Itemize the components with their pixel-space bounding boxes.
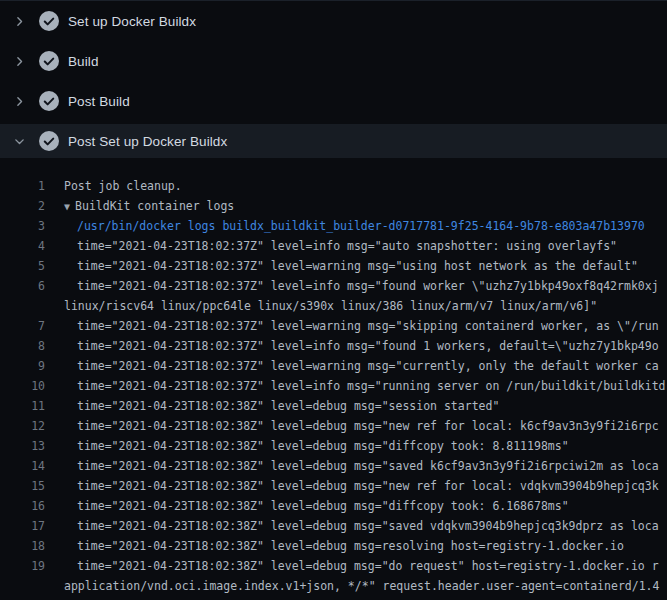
check-circle-icon (39, 131, 59, 151)
log-group-collapse-icon[interactable]: ▼ (64, 197, 70, 216)
log-line-text: Post job cleanup. (45, 176, 667, 196)
log-line-number[interactable]: 18 (0, 536, 45, 556)
log-line-text: time="2021-04-23T18:02:38Z" level=debug … (45, 476, 667, 496)
log-line-number[interactable]: 20 (0, 596, 45, 600)
log-line-text: time="2021-04-23T18:02:38Z" level=debug … (45, 596, 667, 600)
log-line: 13time="2021-04-23T18:02:38Z" level=debu… (0, 436, 667, 456)
log-line: 18time="2021-04-23T18:02:38Z" level=debu… (0, 536, 667, 556)
log-line-number[interactable]: 15 (0, 476, 45, 496)
log-line-text: time="2021-04-23T18:02:38Z" level=debug … (45, 516, 667, 536)
log-line-number[interactable]: 8 (0, 336, 45, 356)
log-line: 4time="2021-04-23T18:02:37Z" level=info … (0, 236, 667, 256)
workflow-log-viewer: Set up Docker BuildxBuildPost BuildPost … (0, 0, 667, 600)
log-line-text: time="2021-04-23T18:02:38Z" level=debug … (45, 396, 667, 416)
log-line-number (0, 296, 45, 316)
log-line-text: time="2021-04-23T18:02:38Z" level=debug … (45, 536, 667, 556)
log-line-text[interactable]: ▼BuildKit container logs (45, 196, 667, 216)
log-line-text: time="2021-04-23T18:02:38Z" level=debug … (45, 436, 667, 456)
chevron-right-icon[interactable] (13, 55, 26, 68)
step-list: Set up Docker BuildxBuildPost BuildPost … (0, 1, 667, 158)
log-line: 12time="2021-04-23T18:02:38Z" level=debu… (0, 416, 667, 436)
log-line-number[interactable]: 14 (0, 456, 45, 476)
check-circle-icon (39, 51, 59, 71)
log-line-text: time="2021-04-23T18:02:38Z" level=debug … (45, 416, 667, 436)
log-line: 2▼BuildKit container logs (0, 196, 667, 216)
log-line-text: time="2021-04-23T18:02:37Z" level=warnin… (45, 356, 667, 376)
log-line-number (0, 576, 45, 596)
log-output: 1Post job cleanup.2▼BuildKit container l… (0, 160, 667, 600)
log-line-number[interactable]: 12 (0, 416, 45, 436)
log-line: 5time="2021-04-23T18:02:37Z" level=warni… (0, 256, 667, 276)
step-header-set-up-docker-buildx[interactable]: Set up Docker Buildx (0, 1, 667, 41)
step-header-post-build[interactable]: Post Build (0, 81, 667, 121)
log-line: 15time="2021-04-23T18:02:38Z" level=debu… (0, 476, 667, 496)
log-line-text: time="2021-04-23T18:02:38Z" level=debug … (45, 456, 667, 476)
log-line-text: time="2021-04-23T18:02:37Z" level=info m… (45, 236, 667, 256)
step-title: Post Set up Docker Buildx (68, 134, 227, 149)
step-title: Post Build (68, 94, 130, 109)
log-line: 7time="2021-04-23T18:02:37Z" level=warni… (0, 316, 667, 336)
log-line: linux/riscv64 linux/ppc64le linux/s390x … (0, 296, 667, 316)
log-line-number[interactable]: 3 (0, 216, 45, 236)
log-line: 3/usr/bin/docker logs buildx_buildkit_bu… (0, 216, 667, 236)
log-line-number[interactable]: 16 (0, 496, 45, 516)
log-line: 8time="2021-04-23T18:02:37Z" level=info … (0, 336, 667, 356)
log-line-number[interactable]: 13 (0, 436, 45, 456)
log-line: 14time="2021-04-23T18:02:38Z" level=debu… (0, 456, 667, 476)
chevron-right-icon[interactable] (13, 95, 26, 108)
step-header-build[interactable]: Build (0, 41, 667, 81)
log-line-number[interactable]: 6 (0, 276, 45, 296)
log-line: 20time="2021-04-23T18:02:38Z" level=debu… (0, 596, 667, 600)
log-line-number[interactable]: 19 (0, 556, 45, 576)
log-line-number[interactable]: 17 (0, 516, 45, 536)
log-line-number[interactable]: 7 (0, 316, 45, 336)
log-line-number[interactable]: 4 (0, 236, 45, 256)
log-line-text: time="2021-04-23T18:02:37Z" level=info m… (45, 376, 667, 396)
log-line-number[interactable]: 2 (0, 196, 45, 216)
log-line-number[interactable]: 9 (0, 356, 45, 376)
log-line: 19time="2021-04-23T18:02:38Z" level=debu… (0, 556, 667, 576)
log-line-text: time="2021-04-23T18:02:38Z" level=debug … (45, 556, 667, 576)
log-line-number[interactable]: 5 (0, 256, 45, 276)
log-group-title[interactable]: BuildKit container logs (75, 199, 234, 213)
log-line: 6time="2021-04-23T18:02:37Z" level=info … (0, 276, 667, 296)
step-title: Build (68, 54, 99, 69)
log-line-text: application/vnd.oci.image.index.v1+json,… (45, 576, 667, 596)
step-header-post-set-up-docker-buildx[interactable]: Post Set up Docker Buildx (0, 124, 667, 158)
log-line: application/vnd.oci.image.index.v1+json,… (0, 576, 667, 596)
log-line-text: time="2021-04-23T18:02:37Z" level=warnin… (45, 256, 667, 276)
check-circle-icon (39, 91, 59, 111)
step-title: Set up Docker Buildx (68, 14, 196, 29)
log-line-number[interactable]: 11 (0, 396, 45, 416)
log-line: 16time="2021-04-23T18:02:38Z" level=debu… (0, 496, 667, 516)
log-line: 1Post job cleanup. (0, 176, 667, 196)
log-line: 10time="2021-04-23T18:02:37Z" level=info… (0, 376, 667, 396)
log-line-text: time="2021-04-23T18:02:37Z" level=info m… (45, 336, 667, 356)
log-line-text: time="2021-04-23T18:02:37Z" level=warnin… (45, 316, 667, 336)
log-line-number[interactable]: 10 (0, 376, 45, 396)
log-line: 11time="2021-04-23T18:02:38Z" level=debu… (0, 396, 667, 416)
log-line-text: linux/riscv64 linux/ppc64le linux/s390x … (45, 296, 667, 316)
log-line-number[interactable]: 1 (0, 176, 45, 196)
log-line: 17time="2021-04-23T18:02:38Z" level=debu… (0, 516, 667, 536)
check-circle-icon (39, 11, 59, 31)
chevron-right-icon[interactable] (13, 15, 26, 28)
log-line-text: time="2021-04-23T18:02:38Z" level=debug … (45, 496, 667, 516)
log-command-text: /usr/bin/docker logs buildx_buildkit_bui… (45, 216, 667, 236)
log-line: 9time="2021-04-23T18:02:37Z" level=warni… (0, 356, 667, 376)
log-line-text: time="2021-04-23T18:02:37Z" level=info m… (45, 276, 667, 296)
chevron-down-icon[interactable] (13, 135, 26, 148)
